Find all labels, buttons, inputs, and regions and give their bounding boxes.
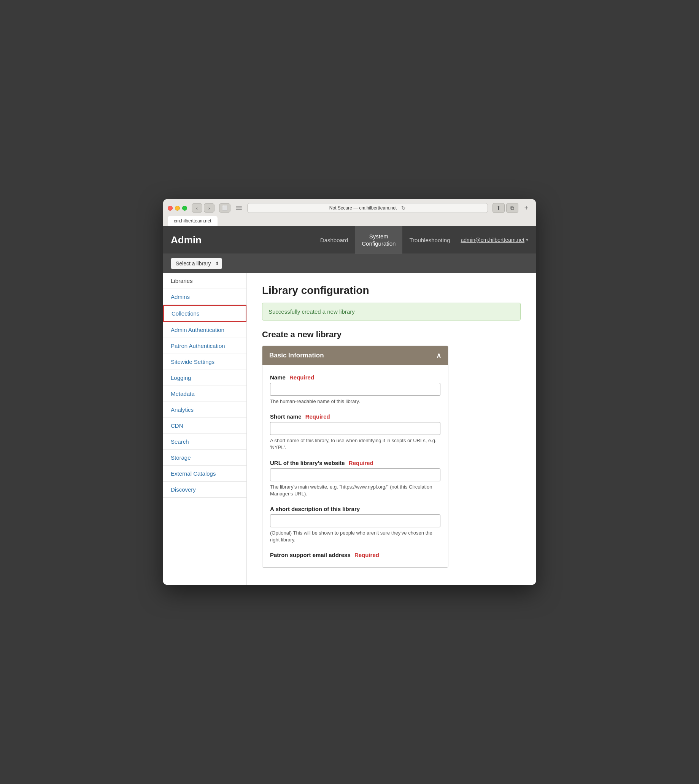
name-label: Name Required <box>270 374 441 380</box>
hamburger-menu[interactable] <box>234 203 244 213</box>
library-select-wrapper: Select a library <box>171 258 222 269</box>
maximize-button[interactable] <box>182 206 187 211</box>
form-section-body: Name Required The human-readable name of… <box>262 365 448 567</box>
user-menu-chevron: ▾ <box>526 237 528 243</box>
name-required-badge: Required <box>290 374 314 380</box>
form-section-basic-info: Basic Information ∧ Name Required The hu… <box>262 346 448 568</box>
sidebar-item-external-catalogs[interactable]: External Catalogs <box>163 466 247 482</box>
sidebar-item-admins[interactable]: Admins <box>163 289 247 305</box>
description-help: (Optional) This will be shown to people … <box>270 529 441 543</box>
short-name-required-badge: Required <box>305 413 330 420</box>
success-banner: Successfully created a new library <box>262 303 521 321</box>
tabs-button[interactable]: ⧉ <box>506 203 518 213</box>
url-bar[interactable]: Not Secure — cm.hilbertteam.net ↻ <box>247 203 488 213</box>
sidebar-item-libraries[interactable]: Libraries <box>163 273 247 289</box>
sidebar-item-metadata[interactable]: Metadata <box>163 386 247 402</box>
field-group-description: A short description of this library (Opt… <box>270 506 441 543</box>
url-help: The library's main website, e.g. "https:… <box>270 484 441 497</box>
main-content: Library configuration Successfully creat… <box>247 273 536 585</box>
name-help: The human-readable name of this library. <box>270 398 441 405</box>
sidebar-item-cdn[interactable]: CDN <box>163 418 247 434</box>
nav-dashboard[interactable]: Dashboard <box>313 226 355 254</box>
new-tab-button[interactable]: + <box>522 203 531 213</box>
sidebar-item-storage[interactable]: Storage <box>163 450 247 466</box>
sidebar-item-patron-authentication[interactable]: Patron Authentication <box>163 338 247 354</box>
sidebar-item-discovery[interactable]: Discovery <box>163 482 247 498</box>
form-section-title: Basic Information <box>269 352 324 359</box>
active-browser-tab[interactable]: cm.hilbertteam.net <box>168 216 217 226</box>
share-button[interactable]: ⬆ <box>492 203 505 213</box>
library-select[interactable]: Select a library <box>171 258 222 269</box>
reload-button[interactable]: ↻ <box>401 205 406 211</box>
sidebar-item-logging[interactable]: Logging <box>163 370 247 386</box>
form-section-header[interactable]: Basic Information ∧ <box>262 346 448 365</box>
sidebar-item-analytics[interactable]: Analytics <box>163 402 247 418</box>
url-text: Not Secure — cm.hilbertteam.net <box>330 205 397 211</box>
short-name-help: A short name of this library, to use whe… <box>270 437 441 451</box>
description-input[interactable] <box>270 514 441 528</box>
url-label: URL of the library's website Required <box>270 460 441 466</box>
field-group-name: Name Required The human-readable name of… <box>270 374 441 405</box>
browser-window: ‹ › ⬜ Not Secure — cm.hilbertteam.net ↻ … <box>163 199 536 585</box>
sidebar-item-admin-authentication[interactable]: Admin Authentication <box>163 322 247 338</box>
description-label: A short description of this library <box>270 506 441 512</box>
page-title: Library configuration <box>262 284 521 296</box>
header-nav: Dashboard SystemConfiguration Troublesho… <box>313 226 457 254</box>
collapse-icon[interactable]: ∧ <box>436 351 441 360</box>
short-name-input[interactable] <box>270 422 441 435</box>
nav-troubleshooting[interactable]: Troubleshooting <box>403 226 457 254</box>
patron-support-required-badge: Required <box>354 552 379 558</box>
app-header: Admin Dashboard SystemConfiguration Trou… <box>163 226 536 254</box>
section-title: Create a new library <box>262 330 521 339</box>
url-bar-container: Not Secure — cm.hilbertteam.net ↻ <box>247 203 488 213</box>
traffic-lights <box>168 206 187 211</box>
app-logo: Admin <box>171 234 202 246</box>
browser-actions: ⬆ ⧉ + <box>492 203 531 213</box>
patron-support-label: Patron support email address Required <box>270 552 441 558</box>
field-group-short-name: Short name Required A short name of this… <box>270 413 441 451</box>
sidebar-item-collections[interactable]: Collections <box>163 305 247 322</box>
user-email: admin@cm.hilbertteam.net <box>460 237 524 243</box>
minimize-button[interactable] <box>175 206 180 211</box>
short-name-label: Short name Required <box>270 413 441 420</box>
url-required-badge: Required <box>349 460 373 466</box>
field-group-url: URL of the library's website Required Th… <box>270 460 441 497</box>
library-select-bar: Select a library <box>163 254 536 273</box>
sidebar-item-sitewide-settings[interactable]: Sitewide Settings <box>163 354 247 370</box>
back-button[interactable]: ‹ <box>192 203 202 213</box>
browser-chrome: ‹ › ⬜ Not Secure — cm.hilbertteam.net ↻ … <box>163 199 536 226</box>
sidebar-item-search[interactable]: Search <box>163 434 247 450</box>
nav-system-configuration[interactable]: SystemConfiguration <box>355 226 403 254</box>
browser-tab-bar: cm.hilbertteam.net <box>168 216 531 226</box>
close-button[interactable] <box>168 206 173 211</box>
browser-top-bar: ‹ › ⬜ Not Secure — cm.hilbertteam.net ↻ … <box>168 203 531 213</box>
sidebar: Libraries Admins Collections Admin Authe… <box>163 273 247 585</box>
browser-nav-buttons: ‹ › <box>192 203 214 213</box>
app-body: Libraries Admins Collections Admin Authe… <box>163 273 536 585</box>
user-menu[interactable]: admin@cm.hilbertteam.net ▾ <box>460 237 528 243</box>
url-input[interactable] <box>270 468 441 481</box>
forward-button[interactable]: › <box>204 203 214 213</box>
tab-view-button[interactable]: ⬜ <box>219 203 230 213</box>
name-input[interactable] <box>270 383 441 396</box>
